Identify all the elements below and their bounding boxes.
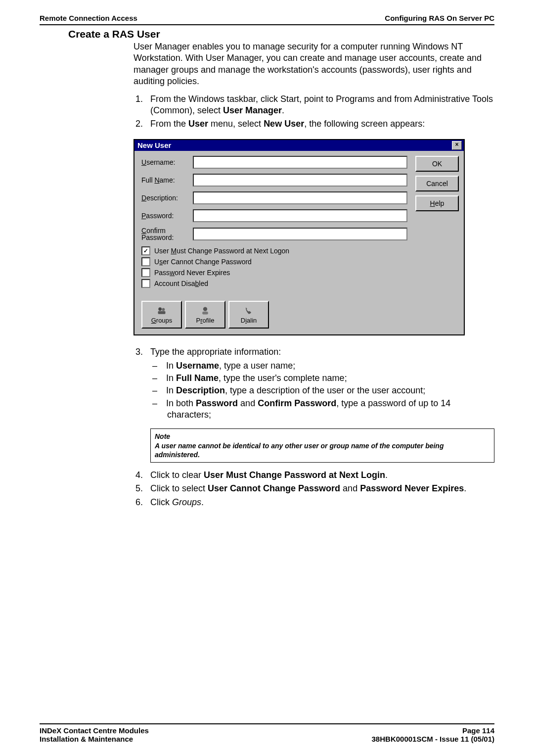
dialin-icon [243,306,254,316]
step-3: Type the appropriate information: In Use… [145,346,494,463]
confirm-password-label: ConfirmPassword: [141,227,193,241]
checkbox-disabled-label: Account Disabled [154,280,208,287]
password-label: Password: [141,212,193,220]
step-6: Click Groups. [145,497,494,508]
header-right: Configuring RAS On Server PC [385,14,494,22]
bullet-password: In both Password and Confirm Password, t… [167,398,494,421]
intro-paragraph: User Manager enables you to manage secur… [134,41,494,88]
checkbox-must-change[interactable] [141,246,150,255]
profile-button[interactable]: Profile [185,301,225,329]
checkbox-never-expires[interactable] [141,268,150,277]
footer-right: Page 114 38HBK00001SCM - Issue 11 (05/01… [372,726,494,743]
footer-left: INDeX Contact Centre Modules Installatio… [40,726,149,743]
step-2: From the User menu, select New User, the… [145,118,494,130]
header-left: Remote Connection Access [40,14,137,22]
step-5: Click to select User Cannot Change Passw… [145,483,494,494]
help-button[interactable]: Help [415,195,459,211]
checkbox-cannot-change-label: User Cannot Change Password [154,258,252,266]
fullname-field[interactable] [193,174,407,187]
note-box: Note A user name cannot be identical to … [150,428,494,463]
checkbox-must-change-label: User Must Change Password at Next Logon [154,247,289,255]
username-field[interactable] [193,156,407,169]
confirm-password-field[interactable] [193,228,407,240]
cancel-button[interactable]: Cancel [415,176,459,191]
password-field[interactable] [193,209,407,222]
profile-icon [200,306,211,316]
checkbox-cannot-change[interactable] [141,257,150,266]
bullet-description: In Description, type a description of th… [167,385,494,396]
svg-point-0 [158,307,162,311]
fullname-label: Full Name: [141,176,193,184]
username-label: Username: [141,158,193,166]
dialog-title: New User [137,141,171,149]
svg-point-3 [203,307,207,311]
section-title: Create a RAS User [68,28,494,40]
bullet-fullname: In Full Name, type the user's complete n… [167,373,494,384]
new-user-dialog: New User × OK Cancel Help Username: Full… [134,139,465,335]
description-field[interactable] [193,191,407,204]
svg-rect-2 [158,311,166,314]
dialin-button[interactable]: Dialin [228,301,269,329]
step-1: From the Windows taskbar, click Start, p… [145,94,494,117]
checkbox-disabled[interactable] [141,279,150,288]
description-label: Description: [141,194,193,202]
dialog-titlebar: New User × [134,140,464,151]
svg-point-1 [162,308,165,311]
groups-icon [156,306,167,316]
checkbox-never-expires-label: Password Never Expires [154,269,230,277]
step-4: Click to clear User Must Change Password… [145,470,494,481]
svg-rect-4 [202,311,208,314]
ok-button[interactable]: OK [415,156,459,172]
close-icon[interactable]: × [452,141,462,150]
bullet-username: In Username, type a user name; [167,360,494,372]
groups-button[interactable]: Groups [141,301,182,329]
